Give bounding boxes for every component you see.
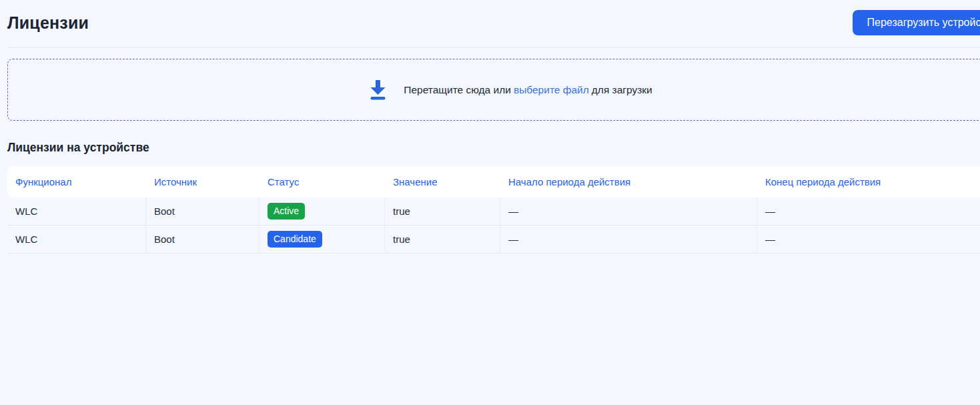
column-header-period-end: Конец периода действия [757,176,980,187]
section-title-device-licenses: Лицензии на устройстве [7,141,980,155]
file-dropzone[interactable]: Перетащите сюда иливыберите файлдля загр… [7,59,980,121]
page-header: Лицензии Перезагрузить устройство [7,0,980,35]
table-header-row: Функционал Источник Статус Значение Нача… [7,166,980,197]
status-badge: Active [268,203,305,220]
value-text: true [393,206,410,217]
cell-value: true [385,197,500,225]
cell-period-end: — [757,226,980,253]
table-row: WLC Boot Candidate true — — [7,226,980,254]
period-end-value: — [765,206,775,217]
page-title: Лицензии [7,13,89,33]
cell-period-end: — [757,197,980,225]
value-text: true [393,234,410,245]
functional-value: WLC [15,206,37,217]
reboot-device-button[interactable]: Перезагрузить устройство [853,10,980,35]
cell-source: Boot [146,197,260,225]
source-value: Boot [154,206,175,217]
source-value: Boot [154,234,175,245]
status-badge: Candidate [268,231,322,248]
column-header-source: Источник [146,176,260,187]
functional-value: WLC [15,234,37,245]
period-end-value: — [765,234,775,245]
period-start-value: — [508,206,518,217]
cell-source: Boot [146,226,260,253]
period-start-value: — [508,234,518,245]
choose-file-link[interactable]: выберите файл [514,84,589,95]
cell-period-start: — [500,226,757,253]
download-icon [367,79,389,100]
licenses-page: Лицензии Перезагрузить устройство Перета… [7,0,980,254]
dropzone-text-prefix: Перетащите сюда или [404,84,511,95]
cell-functional: WLC [7,197,146,225]
cell-period-start: — [500,197,757,225]
dropzone-text: Перетащите сюда иливыберите файлдля загр… [404,84,652,96]
cell-functional: WLC [7,226,146,253]
dropzone-text-suffix: для загрузки [592,84,652,95]
cell-status: Active [260,197,385,225]
column-header-value: Значение [385,176,500,187]
cell-status: Candidate [260,226,385,253]
column-header-status: Статус [260,176,385,187]
table-row: WLC Boot Active true — — [7,197,980,226]
column-header-functional: Функционал [7,176,146,187]
header-divider [7,47,980,48]
licenses-table: Функционал Источник Статус Значение Нача… [7,166,980,254]
column-header-period-start: Начало периода действия [500,176,757,187]
cell-value: true [385,226,500,253]
